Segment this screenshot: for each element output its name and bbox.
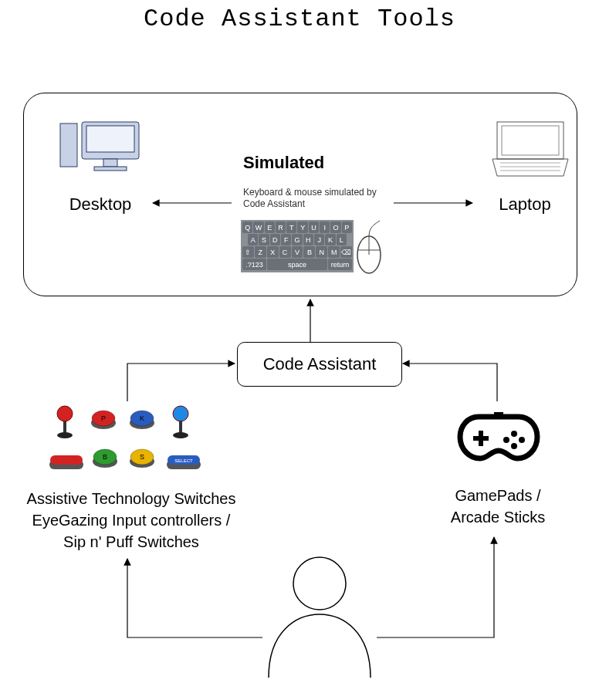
page-title: Code Assistant Tools	[0, 5, 599, 33]
keyboard-key: F	[281, 234, 291, 245]
keyboard-key: R	[276, 221, 286, 233]
svg-point-34	[173, 406, 188, 421]
keyboard-key: X	[267, 246, 279, 258]
keyboard-key: U	[309, 221, 319, 233]
keyboard-key: ⌫	[340, 246, 352, 258]
svg-text:SELECT: SELECT	[174, 458, 193, 463]
code-assistant-node: Code Assistant	[237, 342, 402, 387]
svg-rect-36	[49, 460, 83, 469]
keyboard-key: G	[292, 234, 302, 245]
svg-point-39	[93, 449, 117, 465]
svg-point-27	[91, 417, 116, 429]
keyboard-icon: QWERTYUIOP ASDFGHJKL ⇧ZXCVBNM⌫ .?123 spa…	[241, 220, 354, 272]
simulated-subtitle: Keyboard & mouse simulated by Code Assis…	[243, 187, 398, 210]
svg-point-26	[57, 432, 73, 438]
gamepad-line: Arcade Sticks	[401, 506, 594, 528]
assistive-line: Assistive Technology Switches	[0, 488, 262, 509]
svg-point-17	[511, 443, 517, 449]
keyboard-key: E	[265, 221, 275, 233]
svg-point-31	[130, 411, 154, 426]
svg-point-30	[130, 417, 154, 429]
desktop-label: Desktop	[46, 194, 154, 215]
svg-text:K: K	[140, 414, 144, 422]
keyboard-key: .?123	[242, 259, 266, 270]
keyboard-key: S	[259, 234, 269, 245]
svg-point-20	[293, 557, 346, 610]
user-icon	[269, 557, 371, 678]
svg-rect-24	[63, 417, 66, 434]
svg-text:P: P	[101, 414, 106, 422]
keyboard-key: T	[286, 221, 296, 233]
keyboard-key: M	[328, 246, 340, 258]
laptop-label: Laptop	[471, 194, 579, 215]
keyboard-key: P	[342, 221, 352, 233]
svg-point-25	[57, 406, 73, 421]
keyboard-key: A	[248, 234, 258, 245]
keyboard-key: K	[325, 234, 335, 245]
svg-point-41	[130, 455, 154, 468]
keyboard-key: D	[270, 234, 280, 245]
keyboard-key: ⇧	[242, 246, 254, 258]
svg-rect-37	[50, 455, 83, 465]
assistive-tech-label: Assistive Technology Switches EyeGazing …	[0, 488, 262, 553]
keyboard-key: N	[316, 246, 327, 258]
svg-point-35	[173, 432, 188, 438]
svg-point-16	[519, 437, 525, 443]
gamepad-label: GamePads / Arcade Sticks	[401, 485, 594, 528]
keyboard-key: B	[303, 246, 315, 258]
keyboard-key: W	[253, 221, 263, 233]
svg-point-18	[503, 437, 509, 443]
assistive-line: Sip n' Puff Switches	[0, 531, 262, 553]
keyboard-key: J	[314, 234, 324, 245]
arcade-buttons-icon: PKBSSELECT	[48, 403, 202, 472]
svg-rect-45	[168, 455, 200, 465]
svg-rect-13	[479, 431, 483, 446]
keyboard-key: Y	[297, 221, 307, 233]
keyboard-key: V	[292, 246, 303, 258]
keyboard-key: L	[337, 234, 347, 245]
svg-point-15	[511, 431, 517, 437]
assistive-line: EyeGazing Input controllers /	[0, 509, 262, 531]
keyboard-key: C	[279, 246, 291, 258]
svg-text:B: B	[103, 453, 107, 461]
keyboard-key: H	[303, 234, 313, 245]
keyboard-key: Z	[255, 246, 266, 258]
keyboard-key: O	[330, 221, 340, 233]
svg-point-42	[130, 449, 154, 465]
svg-rect-14	[473, 436, 489, 441]
keyboard-key: I	[320, 221, 330, 233]
simulated-title: Simulated	[243, 153, 324, 173]
svg-point-28	[92, 411, 115, 426]
svg-text:S: S	[140, 453, 144, 461]
svg-point-38	[93, 455, 117, 468]
svg-rect-19	[494, 412, 503, 418]
keyboard-space-key: space	[267, 259, 327, 270]
gamepad-line: GamePads /	[401, 485, 594, 506]
gamepad-icon	[460, 412, 537, 458]
keyboard-key: Q	[242, 221, 252, 233]
svg-rect-44	[167, 460, 201, 469]
svg-rect-33	[179, 417, 182, 434]
keyboard-key: return	[328, 259, 352, 270]
